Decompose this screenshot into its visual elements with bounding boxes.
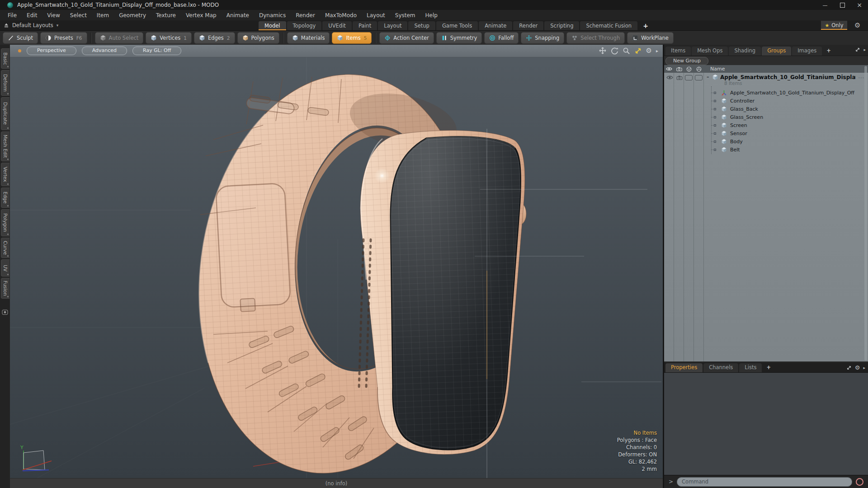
viewport-3d[interactable]: Y Perspective Advanced Ray GL: Off ⚙ ▸ N…: [10, 45, 663, 478]
tab-images[interactable]: Images: [792, 47, 822, 56]
sidebar-tab-uv[interactable]: UV: [1, 259, 9, 277]
tab-items[interactable]: Items: [665, 47, 691, 56]
viewport-gear-icon[interactable]: ⚙: [646, 47, 652, 55]
sidebar-tab-duplicate[interactable]: Duplicate: [1, 97, 9, 130]
tab-shading[interactable]: Shading: [729, 47, 761, 56]
ray-gl-button[interactable]: Ray GL: Off: [132, 47, 181, 55]
menu-item[interactable]: Item: [92, 12, 114, 19]
tab-game-tools[interactable]: Game Tools: [436, 21, 478, 30]
tab-channels[interactable]: Channels: [703, 363, 738, 372]
tree-row-locator[interactable]: Apple_Smartwatch_10_Gold_Titanium_Displa…: [664, 89, 868, 97]
group-checkbox[interactable]: [695, 75, 703, 80]
vertices-button[interactable]: Vertices 1: [146, 32, 192, 44]
items-button[interactable]: Items 5: [332, 32, 372, 44]
new-group-button[interactable]: New Group: [665, 57, 708, 65]
menu-geometry[interactable]: Geometry: [114, 12, 151, 19]
tab-render[interactable]: Render: [513, 21, 543, 30]
advanced-button[interactable]: Advanced: [82, 47, 127, 55]
sidebar-tab-deform[interactable]: Deform: [1, 70, 9, 96]
falloff-button[interactable]: Falloff: [484, 32, 519, 44]
tab-topology[interactable]: Topology: [287, 21, 322, 30]
rotate-icon[interactable]: [611, 47, 618, 55]
tree-row-body[interactable]: Body: [664, 138, 868, 145]
tab-uvedit[interactable]: UVEdit: [322, 21, 352, 30]
presets-button[interactable]: Presets F6: [40, 32, 87, 44]
only-button[interactable]: ★ Only: [821, 21, 847, 30]
menu-layout[interactable]: Layout: [362, 12, 390, 19]
add-layout-tab-button[interactable]: +: [638, 21, 653, 30]
command-input[interactable]: [677, 477, 852, 487]
tree-scrollbar[interactable]: [864, 66, 867, 361]
menu-view[interactable]: View: [42, 12, 65, 19]
pan-icon[interactable]: [599, 47, 607, 55]
menu-system[interactable]: System: [390, 12, 420, 19]
menu-select[interactable]: Select: [65, 12, 92, 19]
auto-select-button[interactable]: Auto Select: [95, 32, 144, 44]
record-macro-icon[interactable]: [856, 478, 863, 486]
menu-file[interactable]: File: [3, 12, 22, 19]
group-checkbox[interactable]: [685, 75, 693, 80]
materials-button[interactable]: Materials: [287, 32, 330, 44]
menu-animate[interactable]: Animate: [222, 12, 254, 19]
tree-row-sensor[interactable]: Sensor: [664, 130, 868, 137]
layout-settings-gear-icon[interactable]: ⚙: [854, 21, 860, 30]
add-bottom-tab-button[interactable]: +: [763, 363, 774, 372]
default-layouts-dropdown[interactable]: Default Layouts ▾: [4, 20, 58, 30]
menu-render[interactable]: Render: [291, 12, 320, 19]
tab-layout[interactable]: Layout: [378, 21, 407, 30]
menu-edit[interactable]: Edit: [22, 12, 42, 19]
sidebar-tab-mesh-edit[interactable]: Mesh Edit: [1, 131, 9, 161]
menu-help[interactable]: Help: [420, 12, 443, 19]
menu-texture[interactable]: Texture: [151, 12, 181, 19]
sidebar-tab-fusion[interactable]: Fusion: [1, 278, 9, 299]
group-name[interactable]: Apple_Smartwatch_10_Gold_Titanium_Displa…: [720, 74, 856, 80]
menu-maxtomodo[interactable]: MaxToModo: [320, 12, 362, 19]
group-row[interactable]: – Apple_Smartwatch_10_Gold_Titanium_Disp…: [664, 74, 868, 81]
sidebar-tab-vertex[interactable]: Vertex: [1, 163, 9, 186]
tab-mesh-ops[interactable]: Mesh Ops: [692, 47, 728, 56]
maximize-button[interactable]: [834, 0, 851, 10]
viewport-menu-caret-icon[interactable]: ▸: [656, 48, 658, 53]
collapse-icon[interactable]: –: [707, 74, 709, 80]
tree-row-glass-screen[interactable]: Glass_Screen: [664, 113, 868, 121]
tab-paint[interactable]: Paint: [353, 21, 377, 30]
preset-panel-icon[interactable]: [2, 309, 8, 315]
sidebar-tab-curve[interactable]: Curve: [1, 238, 9, 258]
action-center-button[interactable]: Action Center: [379, 32, 434, 44]
eye-icon[interactable]: [666, 75, 673, 80]
tree-row-controller[interactable]: Controller: [664, 97, 868, 105]
camera-icon[interactable]: [676, 75, 683, 80]
workplane-button[interactable]: WorkPlane: [627, 32, 674, 44]
sidebar-tab-edge[interactable]: Edge: [1, 188, 9, 208]
menu-vertex-map[interactable]: Vertex Map: [181, 12, 222, 19]
perspective-button[interactable]: Perspective: [27, 47, 76, 55]
tab-animate[interactable]: Animate: [479, 21, 512, 30]
tree-row-screen[interactable]: Screen: [664, 122, 868, 129]
tab-properties[interactable]: Properties: [665, 363, 703, 372]
tree-row-glass-back[interactable]: Glass_Back: [664, 105, 868, 113]
tab-schematic-fusion[interactable]: Schematic Fusion: [580, 21, 637, 30]
edges-button[interactable]: Edges 2: [194, 32, 235, 44]
sidebar-tab-basic[interactable]: Basic: [1, 48, 9, 69]
panel-menu-caret-icon[interactable]: ▸: [863, 366, 865, 370]
zoom-icon[interactable]: [623, 47, 630, 55]
tab-setup[interactable]: Setup: [408, 21, 435, 30]
polygons-button[interactable]: Polygons: [237, 32, 279, 44]
panel-gear-icon[interactable]: ⚙: [855, 364, 860, 371]
maximize-viewport-icon[interactable]: [634, 47, 642, 55]
snapping-button[interactable]: Snapping: [521, 32, 564, 44]
tab-lists[interactable]: Lists: [739, 363, 762, 372]
tree-row-belt[interactable]: Belt: [664, 146, 868, 154]
panel-menu-caret-icon[interactable]: ▸: [863, 47, 866, 52]
select-through-button[interactable]: Select Through: [566, 32, 625, 44]
menu-dynamics[interactable]: Dynamics: [254, 12, 291, 19]
add-panel-tab-button[interactable]: +: [823, 47, 835, 56]
sidebar-tab-polygon[interactable]: Polygon: [1, 209, 9, 236]
symmetry-button[interactable]: Symmetry: [436, 32, 482, 44]
close-button[interactable]: ×: [851, 0, 868, 10]
tab-groups[interactable]: Groups: [762, 47, 791, 56]
sculpt-button[interactable]: Sculpt: [3, 32, 38, 44]
tab-model[interactable]: Model: [259, 21, 286, 30]
expand-panel-icon[interactable]: [855, 47, 860, 52]
tab-scripting[interactable]: Scripting: [544, 21, 579, 30]
